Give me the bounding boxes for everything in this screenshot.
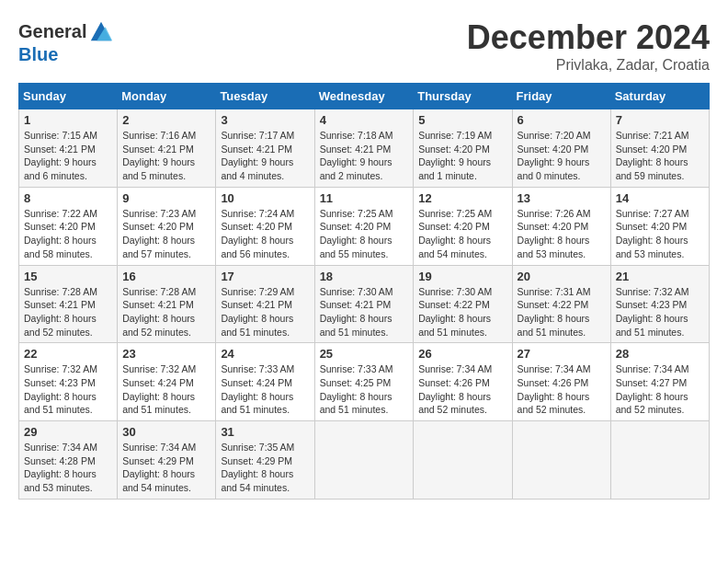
calendar-cell: 20Sunrise: 7:31 AMSunset: 4:22 PMDayligh… [512,265,610,343]
day-number: 27 [518,347,606,361]
calendar-cell [512,421,610,500]
day-number: 14 [616,191,704,205]
calendar-cell: 24Sunrise: 7:33 AMSunset: 4:24 PMDayligh… [216,343,314,421]
calendar-cell: 17Sunrise: 7:29 AMSunset: 4:21 PMDayligh… [216,265,314,343]
page-header: General Blue December 2024 Privlaka, Zad… [18,18,710,74]
day-number: 22 [24,347,112,361]
logo-blue: Blue [18,44,58,64]
calendar-cell: 8Sunrise: 7:22 AMSunset: 4:20 PMDaylight… [19,187,118,265]
calendar-header-thursday: Thursday [414,84,512,109]
calendar-week-row: 15Sunrise: 7:28 AMSunset: 4:21 PMDayligh… [19,265,710,343]
logo-icon [88,18,114,44]
day-number: 3 [221,113,309,127]
day-info: Sunrise: 7:32 AMSunset: 4:23 PMDaylight:… [616,285,704,339]
day-number: 11 [320,191,409,205]
calendar-cell: 14Sunrise: 7:27 AMSunset: 4:20 PMDayligh… [610,187,709,265]
day-info: Sunrise: 7:20 AMSunset: 4:20 PMDaylight:… [518,129,606,183]
calendar-cell: 30Sunrise: 7:34 AMSunset: 4:29 PMDayligh… [118,421,216,500]
calendar-cell: 23Sunrise: 7:32 AMSunset: 4:24 PMDayligh… [118,343,216,421]
day-number: 26 [418,347,506,361]
day-number: 30 [122,425,210,439]
day-info: Sunrise: 7:33 AMSunset: 4:24 PMDaylight:… [221,362,309,417]
calendar-cell: 5Sunrise: 7:19 AMSunset: 4:20 PMDaylight… [414,109,512,188]
calendar-header-friday: Friday [512,84,610,109]
calendar-cell: 27Sunrise: 7:34 AMSunset: 4:26 PMDayligh… [512,343,610,421]
calendar-cell: 7Sunrise: 7:21 AMSunset: 4:20 PMDaylight… [610,109,709,188]
calendar-table: SundayMondayTuesdayWednesdayThursdayFrid… [18,83,710,500]
day-number: 28 [616,347,704,361]
day-number: 16 [122,270,210,283]
calendar-cell: 29Sunrise: 7:34 AMSunset: 4:28 PMDayligh… [19,421,118,500]
day-info: Sunrise: 7:32 AMSunset: 4:24 PMDaylight:… [122,362,210,417]
day-info: Sunrise: 7:34 AMSunset: 4:28 PMDaylight:… [24,441,112,495]
day-info: Sunrise: 7:23 AMSunset: 4:20 PMDaylight:… [122,207,210,261]
day-number: 25 [320,347,409,361]
day-info: Sunrise: 7:34 AMSunset: 4:27 PMDaylight:… [616,362,704,417]
calendar-cell: 18Sunrise: 7:30 AMSunset: 4:21 PMDayligh… [314,265,414,343]
day-info: Sunrise: 7:30 AMSunset: 4:21 PMDaylight:… [320,285,409,339]
day-number: 21 [616,270,704,283]
calendar-cell [414,421,512,500]
calendar-cell: 3Sunrise: 7:17 AMSunset: 4:21 PMDaylight… [216,109,314,188]
calendar-cell: 28Sunrise: 7:34 AMSunset: 4:27 PMDayligh… [610,343,709,421]
location-title: Privlaka, Zadar, Croatia [467,57,710,74]
day-number: 10 [221,191,309,205]
month-title: December 2024 [467,18,710,57]
calendar-cell: 25Sunrise: 7:33 AMSunset: 4:25 PMDayligh… [314,343,414,421]
day-info: Sunrise: 7:16 AMSunset: 4:21 PMDaylight:… [122,129,210,183]
day-number: 6 [518,113,606,127]
day-info: Sunrise: 7:28 AMSunset: 4:21 PMDaylight:… [24,285,112,339]
calendar-cell: 31Sunrise: 7:35 AMSunset: 4:29 PMDayligh… [216,421,314,500]
day-info: Sunrise: 7:27 AMSunset: 4:20 PMDaylight:… [616,207,704,261]
day-number: 29 [24,425,112,439]
calendar-cell: 13Sunrise: 7:26 AMSunset: 4:20 PMDayligh… [512,187,610,265]
calendar-cell: 19Sunrise: 7:30 AMSunset: 4:22 PMDayligh… [414,265,512,343]
day-number: 13 [518,191,606,205]
calendar-header-saturday: Saturday [610,84,709,109]
day-info: Sunrise: 7:26 AMSunset: 4:20 PMDaylight:… [518,207,606,261]
calendar-cell: 12Sunrise: 7:25 AMSunset: 4:20 PMDayligh… [414,187,512,265]
day-number: 24 [221,347,309,361]
day-info: Sunrise: 7:32 AMSunset: 4:23 PMDaylight:… [24,362,112,417]
day-number: 20 [518,270,606,283]
calendar-cell: 1Sunrise: 7:15 AMSunset: 4:21 PMDaylight… [19,109,118,188]
calendar-week-row: 22Sunrise: 7:32 AMSunset: 4:23 PMDayligh… [19,343,710,421]
day-info: Sunrise: 7:17 AMSunset: 4:21 PMDaylight:… [221,129,309,183]
day-number: 18 [320,270,409,283]
calendar-cell: 16Sunrise: 7:28 AMSunset: 4:21 PMDayligh… [118,265,216,343]
day-number: 4 [320,113,409,127]
day-info: Sunrise: 7:28 AMSunset: 4:21 PMDaylight:… [122,285,210,339]
calendar-header-sunday: Sunday [19,84,118,109]
calendar-cell: 6Sunrise: 7:20 AMSunset: 4:20 PMDaylight… [512,109,610,188]
calendar-header-row: SundayMondayTuesdayWednesdayThursdayFrid… [19,84,710,109]
day-info: Sunrise: 7:18 AMSunset: 4:21 PMDaylight:… [320,129,409,183]
calendar-cell: 9Sunrise: 7:23 AMSunset: 4:20 PMDaylight… [118,187,216,265]
calendar-cell: 4Sunrise: 7:18 AMSunset: 4:21 PMDaylight… [314,109,414,188]
day-info: Sunrise: 7:15 AMSunset: 4:21 PMDaylight:… [24,129,112,183]
day-info: Sunrise: 7:34 AMSunset: 4:26 PMDaylight:… [518,362,606,417]
day-info: Sunrise: 7:35 AMSunset: 4:29 PMDaylight:… [221,441,309,495]
day-number: 2 [122,113,210,127]
day-info: Sunrise: 7:21 AMSunset: 4:20 PMDaylight:… [616,129,704,183]
day-info: Sunrise: 7:25 AMSunset: 4:20 PMDaylight:… [418,207,506,261]
day-info: Sunrise: 7:34 AMSunset: 4:29 PMDaylight:… [122,441,210,495]
calendar-header-tuesday: Tuesday [216,84,314,109]
day-number: 19 [418,270,506,283]
calendar-cell: 2Sunrise: 7:16 AMSunset: 4:21 PMDaylight… [118,109,216,188]
day-info: Sunrise: 7:29 AMSunset: 4:21 PMDaylight:… [221,285,309,339]
calendar-cell [610,421,709,500]
day-number: 17 [221,270,309,283]
day-number: 31 [221,425,309,439]
day-number: 12 [418,191,506,205]
calendar-cell: 21Sunrise: 7:32 AMSunset: 4:23 PMDayligh… [610,265,709,343]
title-block: December 2024 Privlaka, Zadar, Croatia [467,18,710,74]
calendar-cell: 22Sunrise: 7:32 AMSunset: 4:23 PMDayligh… [19,343,118,421]
logo: General Blue [18,18,114,64]
calendar-header-monday: Monday [118,84,216,109]
day-number: 7 [616,113,704,127]
day-number: 15 [24,270,112,283]
logo-general: General [18,21,86,41]
calendar-cell [314,421,414,500]
calendar-cell: 10Sunrise: 7:24 AMSunset: 4:20 PMDayligh… [216,187,314,265]
calendar-week-row: 8Sunrise: 7:22 AMSunset: 4:20 PMDaylight… [19,187,710,265]
